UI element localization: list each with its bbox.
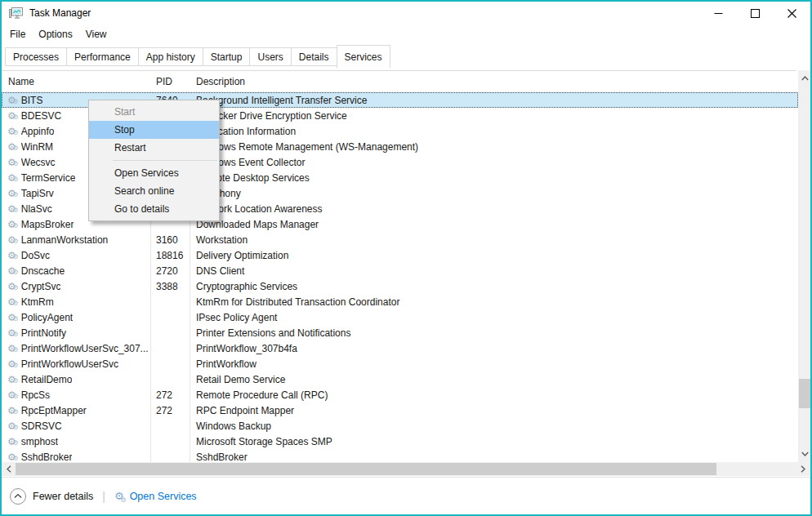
service-description-cell: Remote Procedure Call (RPC) [190,389,798,401]
table-row[interactable]: ⚙⚙PrintNotifyPrinter Extensions and Noti… [2,325,798,340]
footer-bar: Fewer details | ⚙⚙ Open Services [2,478,810,514]
fewer-details-label[interactable]: Fewer details [33,491,93,502]
service-name-cell: ⚙⚙RetailDemo [2,374,150,385]
context-menu-item-search-online[interactable]: Search online [89,182,219,200]
service-name: RpcSs [21,389,50,401]
maximize-button[interactable] [737,2,774,24]
service-pid-cell: 3388 [150,281,190,292]
tab-app-history[interactable]: App history [138,47,203,66]
minimize-button[interactable] [700,2,737,24]
service-name-cell: ⚙⚙PolicyAgent [2,312,150,323]
service-name: smphost [21,436,58,447]
tab-strip: ProcessesPerformanceApp historyStartupUs… [2,44,810,69]
table-row[interactable]: ⚙⚙CryptSvc3388Cryptographic Services [2,278,798,294]
service-description-cell: Windows Event Collector [190,157,798,168]
context-menu-item-restart[interactable]: Restart [89,139,219,157]
fewer-details-button[interactable] [10,488,26,505]
tab-services[interactable]: Services [337,45,390,68]
close-button[interactable] [774,2,810,24]
horizontal-scrollbar[interactable] [2,462,810,476]
service-name-cell: ⚙⚙PrintWorkflowUserSvc_307... [2,343,150,354]
gear-icon: ⚙⚙ [7,251,16,260]
gear-icon: ⚙⚙ [7,390,16,400]
context-menu-separator [113,160,217,161]
vertical-scroll-thumb[interactable] [799,379,810,408]
context-menu: StartStopRestartOpen ServicesSearch onli… [88,100,220,221]
gear-icon: ⚙⚙ [7,96,16,105]
service-name: SshdBroker [21,452,73,463]
table-row[interactable]: ⚙⚙smphostMicrosoft Storage Spaces SMP [2,434,798,449]
table-row[interactable]: ⚙⚙PolicyAgentIPsec Policy Agent [2,309,798,325]
column-header-pid[interactable]: PID [150,76,190,87]
tab-performance[interactable]: Performance [66,47,139,66]
menu-options[interactable]: Options [32,26,78,42]
service-description-cell: Windows Remote Management (WS-Management… [190,141,798,153]
table-row[interactable]: ⚙⚙RpcSs272Remote Procedure Call (RPC) [2,387,798,403]
service-pid-cell: 272 [150,389,190,401]
tab-processes[interactable]: Processes [5,47,67,66]
service-description-cell: KtmRm for Distributed Transaction Coordi… [190,296,798,308]
task-manager-window: Task Manager FileOptionsView Proces [0,0,812,516]
close-icon [787,9,796,18]
table-row[interactable]: ⚙⚙PrintWorkflowUserSvcPrintWorkflow [2,356,798,371]
table-row[interactable]: ⚙⚙RpcEptMapper272RPC Endpoint Mapper [2,403,798,418]
gear-icon: ⚙⚙ [7,282,16,291]
service-name-cell: ⚙⚙DoSvc [2,250,150,261]
tab-startup[interactable]: Startup [203,47,251,66]
service-name: Wecsvc [21,157,56,168]
service-name: Dnscache [21,265,65,277]
tab-users[interactable]: Users [249,47,291,66]
context-menu-item-go-to-details[interactable]: Go to details [89,200,219,218]
gear-icon: ⚙⚙ [7,297,16,307]
table-row[interactable]: ⚙⚙PrintWorkflowUserSvc_307...PrintWorkfl… [2,340,798,356]
gear-icon: ⚙⚙ [7,313,16,322]
service-pid-cell: 2720 [150,265,190,277]
gear-icon: ⚙⚙ [7,189,16,198]
service-name: DoSvc [21,250,50,261]
table-row[interactable]: ⚙⚙DoSvc18816Delivery Optimization [2,247,798,263]
menu-file[interactable]: File [3,26,32,42]
service-description-cell: DNS Client [190,265,798,277]
table-row[interactable]: ⚙⚙LanmanWorkstation3160Workstation [2,232,798,247]
scroll-up-button[interactable] [798,72,811,85]
table-row[interactable]: ⚙⚙SDRSVCWindows Backup [2,418,798,434]
table-row[interactable]: ⚙⚙KtmRmKtmRm for Distributed Transaction… [2,294,798,309]
table-row[interactable]: ⚙⚙RetailDemoRetail Demo Service [2,371,798,387]
horizontal-scroll-thumb[interactable] [16,463,716,475]
context-menu-item-open-services[interactable]: Open Services [89,164,219,182]
service-description-cell: SshdBroker [190,452,798,463]
scroll-right-button[interactable] [796,462,810,476]
window-controls [700,2,810,24]
service-description-cell: Microsoft Storage Spaces SMP [190,436,798,447]
column-header-description[interactable]: Description [190,76,796,87]
service-name-cell: ⚙⚙Dnscache [2,265,150,277]
chevron-down-icon [801,452,809,456]
gear-icon: ⚙⚙ [7,375,16,385]
service-description-cell: Application Information [190,126,798,137]
minimize-icon [714,9,723,18]
table-row[interactable]: ⚙⚙SshdBrokerSshdBroker [2,449,798,462]
open-services-link[interactable]: Open Services [130,491,197,502]
service-name-cell: ⚙⚙CryptSvc [2,281,150,292]
menu-view[interactable]: View [79,26,114,42]
tab-details[interactable]: Details [291,47,337,66]
gear-icon: ⚙⚙ [7,220,16,229]
vertical-scrollbar[interactable] [798,70,811,462]
table-row[interactable]: ⚙⚙Dnscache2720DNS Client [2,263,798,278]
gear-icon: ⚙⚙ [7,437,16,447]
context-menu-item-stop[interactable]: Stop [89,121,219,139]
scroll-down-button[interactable] [798,447,811,460]
service-description-cell: Printer Extensions and Notifications [190,327,798,339]
gear-icon: ⚙⚙ [7,111,16,121]
service-name-cell: ⚙⚙KtmRm [2,296,150,308]
window-title: Task Manager [29,7,91,19]
footer-separator: | [102,490,105,503]
service-name: LanmanWorkstation [21,234,109,246]
gear-icon: ⚙⚙ [7,204,16,214]
gear-icon: ⚙⚙ [7,142,16,152]
service-name: Appinfo [21,126,55,137]
service-name: RetailDemo [21,374,73,385]
scroll-left-button[interactable] [2,462,16,476]
column-header-name[interactable]: Name [2,76,150,87]
service-description-cell: Cryptographic Services [190,281,798,292]
